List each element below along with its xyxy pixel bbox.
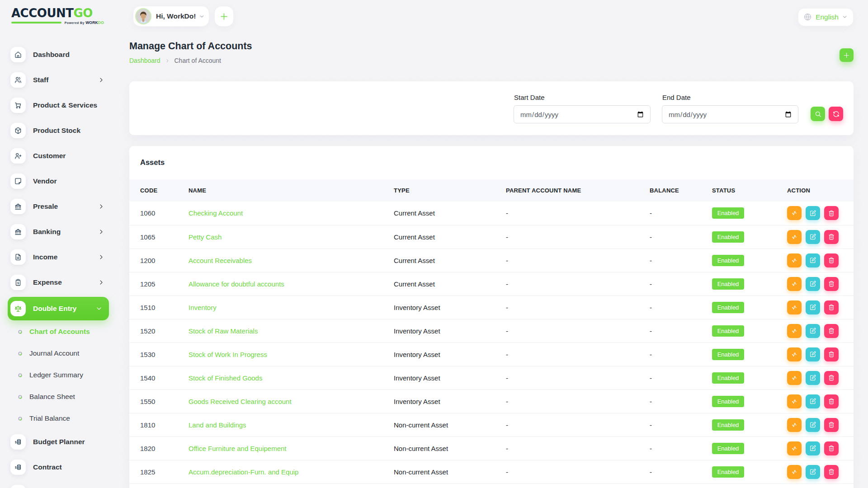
reset-filter-button[interactable] bbox=[829, 107, 843, 121]
sidebar-item-dashboard[interactable]: Dashboard bbox=[0, 42, 118, 67]
sidebar-item-budget-planner[interactable]: $Budget Planner bbox=[0, 429, 118, 455]
edit-button[interactable] bbox=[806, 253, 820, 267]
sidebar-item-product-stock[interactable]: Product Stock bbox=[0, 118, 118, 143]
activity-button[interactable] bbox=[787, 347, 802, 361]
delete-button[interactable] bbox=[824, 277, 839, 291]
scale-icon bbox=[10, 301, 26, 316]
sidebar-subitem-ledger-summary[interactable]: Ledger Summary bbox=[0, 364, 118, 386]
start-date-input[interactable] bbox=[514, 105, 651, 123]
table-header-row: CODENAMETYPEPARENT ACCOUNT NAMEBALANCEST… bbox=[129, 179, 854, 202]
cell-code: 1520 bbox=[129, 319, 189, 343]
add-account-button[interactable] bbox=[840, 48, 854, 62]
delete-button[interactable] bbox=[824, 465, 839, 479]
sidebar-item-staff[interactable]: Staff bbox=[0, 67, 118, 93]
activity-button[interactable] bbox=[787, 418, 802, 432]
cell-balance: - bbox=[650, 413, 712, 436]
delete-button[interactable] bbox=[824, 394, 839, 408]
activity-button[interactable] bbox=[787, 465, 802, 479]
brand-logo[interactable]: ACCOUNTGO Powered By WORKDO bbox=[0, 7, 104, 25]
account-name-link[interactable]: Inventory bbox=[189, 296, 394, 319]
sidebar-item-vendor[interactable]: Vendor bbox=[0, 169, 118, 194]
edit-button[interactable] bbox=[806, 324, 820, 338]
cell-code: 1540 bbox=[129, 366, 189, 389]
language-selector[interactable]: English bbox=[798, 8, 854, 26]
activity-button[interactable] bbox=[787, 324, 802, 338]
cell-status: Enabled bbox=[712, 343, 787, 366]
sidebar-item-product-services[interactable]: Product & Services bbox=[0, 93, 118, 118]
edit-button[interactable] bbox=[806, 277, 820, 291]
delete-button[interactable] bbox=[824, 300, 839, 314]
delete-button[interactable] bbox=[824, 230, 839, 244]
delete-button[interactable] bbox=[824, 253, 839, 267]
sidebar-item-income[interactable]: Income bbox=[0, 244, 118, 270]
quick-add-button[interactable] bbox=[214, 6, 234, 27]
cell-status: Enabled bbox=[712, 249, 787, 272]
row-actions bbox=[787, 465, 854, 479]
svg-text:$: $ bbox=[15, 466, 17, 469]
status-badge: Enabled bbox=[712, 325, 744, 337]
activity-button[interactable] bbox=[787, 253, 802, 267]
edit-button[interactable] bbox=[806, 465, 820, 479]
account-name-link[interactable]: Account Receivables bbox=[189, 249, 394, 272]
activity-button[interactable] bbox=[787, 277, 802, 291]
account-name-link[interactable]: Goods Received Clearing account bbox=[189, 389, 394, 413]
sidebar-item-expense[interactable]: $Expense bbox=[0, 270, 118, 295]
sidebar-item-contract[interactable]: $Contract bbox=[0, 455, 118, 480]
account-name-link[interactable]: Stock of Finished Goods bbox=[189, 366, 394, 389]
sidebar-item-partial-item[interactable]: $ bbox=[0, 480, 118, 488]
sidebar-subitem-journal-account[interactable]: Journal Account bbox=[0, 343, 118, 364]
status-badge: Enabled bbox=[712, 396, 744, 407]
table-row: 1065Petty CashCurrent Asset--Enabled bbox=[129, 225, 854, 249]
activity-button[interactable] bbox=[787, 300, 802, 314]
edit-button[interactable] bbox=[806, 394, 820, 408]
table-row: 1540Stock of Finished GoodsInventory Ass… bbox=[129, 366, 854, 389]
delete-button[interactable] bbox=[824, 347, 839, 361]
cell-code: 1065 bbox=[129, 225, 189, 249]
edit-button[interactable] bbox=[806, 418, 820, 432]
cell-actions bbox=[787, 249, 854, 272]
account-name-link[interactable]: Allowance for doubtful accounts bbox=[189, 272, 394, 296]
sidebar-subitem-balance-sheet[interactable]: Balance Sheet bbox=[0, 386, 118, 408]
edit-button[interactable] bbox=[806, 230, 820, 244]
delete-button[interactable] bbox=[824, 206, 839, 220]
sidebar-subitem-trial-balance[interactable]: Trial Balance bbox=[0, 408, 118, 429]
sidebar-subitem-chart-of-accounts[interactable]: Chart of Accounts bbox=[0, 321, 118, 343]
sidebar-item-label: Contract bbox=[33, 463, 62, 471]
edit-button[interactable] bbox=[806, 300, 820, 314]
end-date-input[interactable] bbox=[662, 105, 798, 123]
activity-button[interactable] bbox=[787, 394, 802, 408]
activity-button[interactable] bbox=[787, 230, 802, 244]
cell-type: Current Asset bbox=[394, 202, 506, 225]
sidebar-item-double-entry[interactable]: Double Entry bbox=[8, 297, 109, 320]
edit-button[interactable] bbox=[806, 347, 820, 361]
delete-button[interactable] bbox=[824, 371, 839, 385]
breadcrumb-item-dashboard[interactable]: Dashboard bbox=[129, 57, 160, 64]
account-name-link[interactable]: Accum.depreciation-Furn. and Equip bbox=[189, 460, 394, 483]
edit-button[interactable] bbox=[806, 206, 820, 220]
account-name-link[interactable]: Petty Cash bbox=[189, 225, 394, 249]
apply-filter-button[interactable] bbox=[811, 107, 825, 121]
sidebar-item-customer[interactable]: Customer bbox=[0, 143, 118, 169]
sidebar-menu: DashboardStaffProduct & ServicesProduct … bbox=[0, 42, 118, 488]
account-name-link[interactable]: Office Furniture and Equipement bbox=[189, 436, 394, 460]
sidebar-item-banking[interactable]: Banking bbox=[0, 219, 118, 244]
user-menu[interactable]: Hi, WorkDo! bbox=[133, 6, 209, 27]
edit-button[interactable] bbox=[806, 371, 820, 385]
activity-button[interactable] bbox=[787, 206, 802, 220]
account-name-link[interactable]: Land and Buildings bbox=[189, 413, 394, 436]
account-name-link[interactable]: Stock of Raw Materials bbox=[189, 319, 394, 343]
sidebar-item-label: Staff bbox=[33, 76, 48, 84]
sidebar-item-label: Presale bbox=[33, 202, 58, 211]
delete-button[interactable] bbox=[824, 441, 839, 455]
page-header: Manage Chart of Accounts DashboardChart … bbox=[129, 41, 854, 64]
account-name-link[interactable]: Checking Account bbox=[189, 202, 394, 225]
chevron-right-icon bbox=[98, 253, 105, 261]
delete-button[interactable] bbox=[824, 324, 839, 338]
delete-button[interactable] bbox=[824, 418, 839, 432]
sidebar-item-presale[interactable]: Presale bbox=[0, 194, 118, 219]
clipboard-dollar-icon: $ bbox=[10, 275, 26, 290]
edit-button[interactable] bbox=[806, 441, 820, 455]
activity-button[interactable] bbox=[787, 441, 802, 455]
activity-button[interactable] bbox=[787, 371, 802, 385]
account-name-link[interactable]: Stock of Work In Progress bbox=[189, 343, 394, 366]
